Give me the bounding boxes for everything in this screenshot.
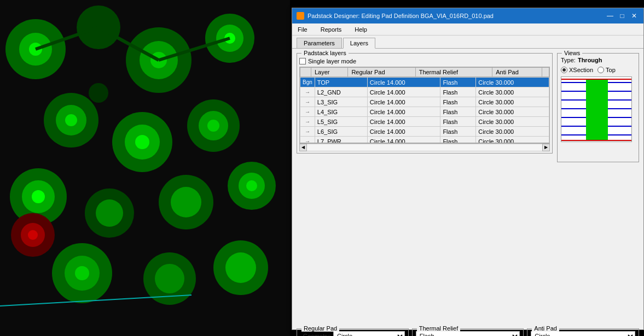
- window-title: Padstack Designer: Editing Pad Definitio…: [308, 13, 494, 19]
- row-thermal: Flash: [440, 97, 476, 107]
- row-layer: L3_SIG: [315, 97, 367, 107]
- right-panel: Views Type: Through XSection Top: [557, 53, 639, 322]
- single-layer-label: Single layer mode: [308, 58, 356, 64]
- row-thermal: Flash: [440, 127, 476, 137]
- col-layer: Layer: [311, 68, 348, 77]
- layer-table: Layer Regular Pad Thermal Relief Anti Pa…: [300, 67, 549, 77]
- single-layer-row: Single layer mode: [299, 58, 550, 64]
- row-anti: Circle 30.000: [476, 127, 549, 137]
- col-arrow: [300, 68, 311, 77]
- therm-geometry-select[interactable]: Flash: [416, 331, 520, 336]
- pcb-background: [0, 0, 290, 336]
- radio-top[interactable]: Top: [597, 67, 616, 73]
- tab-layers[interactable]: Layers: [343, 38, 375, 49]
- row-thermal: Flash: [440, 78, 476, 87]
- table-row[interactable]: → L4_SIG Circle 14.000 Flash Circle 30.0…: [300, 107, 549, 117]
- row-regular: Circle 14.000: [367, 97, 440, 107]
- row-layer: TOP: [315, 78, 367, 87]
- col-scroll: [542, 68, 549, 77]
- app-icon: [297, 12, 304, 20]
- close-button[interactable]: ✕: [629, 11, 639, 21]
- hscroll-bar: ◀ ▶: [299, 143, 550, 151]
- row-anti: Circle 30.000: [476, 137, 549, 143]
- row-arrow: →: [300, 87, 315, 97]
- row-anti: Circle 30.000: [476, 87, 549, 97]
- regular-pad-legend: Regular Pad: [301, 325, 339, 332]
- hscroll-track[interactable]: [307, 144, 542, 151]
- menu-file[interactable]: File: [294, 25, 311, 34]
- svg-rect-1: [586, 79, 608, 140]
- title-bar: Padstack Designer: Editing Pad Definitio…: [292, 8, 643, 23]
- left-panel: Padstack layers Single layer mode Layer …: [297, 53, 553, 322]
- reg-geometry-select[interactable]: Circle: [333, 331, 405, 336]
- col-thermal: Thermal Relief: [415, 68, 492, 77]
- row-thermal: Flash: [440, 137, 476, 143]
- anti-pad-group: Anti Pad Circle ... 30.000 30.000: [527, 328, 639, 336]
- anti-geometry-row: Circle: [531, 331, 635, 336]
- layer-table-body: Bgn TOP Circle 14.000 Flash Circle 30.00…: [300, 77, 549, 143]
- table-scroll[interactable]: Bgn TOP Circle 14.000 Flash Circle 30.00…: [300, 77, 549, 143]
- table-row[interactable]: → L3_SIG Circle 14.000 Flash Circle 30.0…: [300, 97, 549, 107]
- maximize-button[interactable]: □: [617, 11, 627, 21]
- single-layer-checkbox[interactable]: [299, 58, 306, 64]
- table-row[interactable]: → L6_SIG Circle 14.000 Flash Circle 30.0…: [300, 127, 549, 137]
- row-regular: Circle 14.000: [367, 127, 440, 137]
- radio-top-dot: [597, 67, 604, 73]
- menu-help[interactable]: Help: [351, 25, 370, 34]
- menu-bar: File Reports Help: [292, 23, 643, 36]
- therm-geometry-row: Flash: [416, 331, 520, 336]
- row-arrow: →: [300, 117, 315, 127]
- tab-parameters[interactable]: Parameters: [297, 38, 342, 48]
- row-regular: Circle 14.000: [367, 78, 440, 87]
- hscroll-right-btn[interactable]: ▶: [542, 144, 550, 151]
- row-thermal: Flash: [440, 87, 476, 97]
- row-arrow: →: [300, 107, 315, 117]
- row-anti: Circle 30.000: [476, 107, 549, 117]
- radio-group: XSection Top: [561, 67, 635, 73]
- radio-xsection[interactable]: XSection: [561, 67, 593, 73]
- views-type-row: Type: Through: [561, 57, 635, 63]
- anti-pad-legend: Anti Pad: [532, 325, 559, 332]
- row-regular: Circle 14.000: [367, 87, 440, 97]
- radio-xsection-dot: [561, 67, 567, 73]
- views-type-value: Through: [578, 57, 602, 63]
- properties-area: Regular Pad Geometry: Circle Shape: ... …: [292, 326, 643, 336]
- radio-xsection-label: XSection: [569, 67, 593, 73]
- row-arrow: →: [300, 97, 315, 107]
- reg-geometry-label: Geometry:: [300, 333, 331, 336]
- thermal-relief-legend: Thermal Relief: [417, 325, 461, 332]
- row-layer: L5_SIG: [315, 117, 367, 127]
- row-anti: Circle 30.000: [476, 78, 549, 87]
- row-arrow: →: [300, 127, 315, 137]
- hscroll-left-btn[interactable]: ◀: [299, 144, 307, 151]
- row-anti: Circle 30.000: [476, 117, 549, 127]
- content-area: Padstack layers Single layer mode Layer …: [292, 49, 643, 326]
- row-layer: L7_PWR: [315, 137, 367, 143]
- table-row[interactable]: → L7_PWR Circle 14.000 Flash Circle 30.0…: [300, 137, 549, 143]
- row-layer: L6_SIG: [315, 127, 367, 137]
- row-regular: Circle 14.000: [367, 107, 440, 117]
- xsection-svg: [561, 77, 632, 142]
- row-layer: L2_GND: [315, 87, 367, 97]
- preview-area: [561, 76, 632, 142]
- row-thermal: Flash: [440, 117, 476, 127]
- row-regular: Circle 14.000: [367, 117, 440, 127]
- row-thermal: Flash: [440, 107, 476, 117]
- minimize-button[interactable]: —: [605, 11, 615, 21]
- col-regular: Regular Pad: [348, 68, 415, 77]
- radio-top-label: Top: [606, 67, 616, 73]
- anti-geometry-select[interactable]: Circle: [531, 331, 635, 336]
- row-arrow: →: [300, 137, 315, 143]
- table-row[interactable]: Bgn TOP Circle 14.000 Flash Circle 30.00…: [300, 78, 549, 87]
- views-legend: Views: [562, 50, 582, 56]
- reg-geometry-row: Geometry: Circle: [300, 331, 405, 336]
- tab-bar: Parameters Layers: [292, 36, 643, 49]
- views-type-label: Type:: [561, 57, 576, 63]
- menu-reports[interactable]: Reports: [317, 25, 345, 34]
- views-group: Views Type: Through XSection Top: [557, 53, 639, 162]
- padstack-layers-legend: Padstack layers: [301, 50, 349, 56]
- table-row[interactable]: → L5_SIG Circle 14.000 Flash Circle 30.0…: [300, 117, 549, 127]
- row-regular: Circle 14.000: [367, 137, 440, 143]
- row-anti: Circle 30.000: [476, 97, 549, 107]
- table-row[interactable]: → L2_GND Circle 14.000 Flash Circle 30.0…: [300, 87, 549, 97]
